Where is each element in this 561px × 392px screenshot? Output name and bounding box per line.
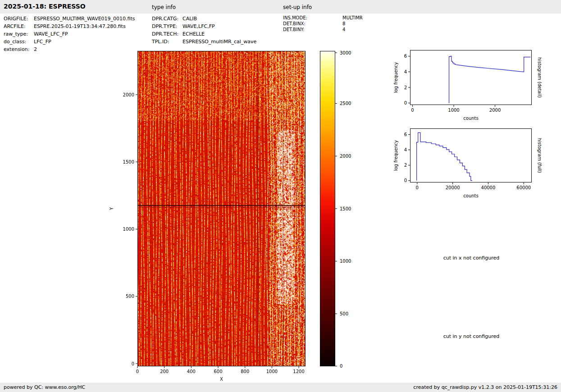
meta-value: ESPRESSO_MULTIMR_WAVE019_0010.fits [34,16,135,22]
meta-row-insmode: INS.MODE:MULTIMR [283,15,363,21]
y-axis-label: log frequency [393,140,398,171]
x-axis-label: counts [463,193,478,198]
header-bar: 2025-01-18: ESPRESSO type info set-up in… [0,0,561,14]
y-tick-label: 6 [404,54,407,59]
right-axis-label: histogram (full) [537,138,542,173]
x-tick-label: 0 [416,185,419,190]
meta-label: ARCFILE: [4,23,34,29]
meta-label: raw_type: [4,31,34,37]
y-tick-label: 1500 [123,160,134,164]
meta-row-origfile: ORIGFILE:ESPRESSO_MULTIMR_WAVE019_0010.f… [4,16,135,23]
x-tick-label: 0 [411,108,414,113]
qc-report-page: 2025-01-18: ESPRESSO type info set-up in… [0,0,561,392]
setup-info-label: set-up info [283,4,312,10]
type-info-panel: DPR.CATG:CALIB DPR.TYPE:WAVE,LFC,FP DPR.… [152,16,256,46]
x-axis-label: counts [463,116,478,121]
y-tick-label: 2 [404,85,407,90]
y-tick-label: 2000 [123,92,134,97]
colorbar-tick-label: 3000 [340,50,351,55]
file-info-panel: ORIGFILE:ESPRESSO_MULTIMR_WAVE019_0010.f… [4,16,135,54]
meta-value: WAVE_LFC_FP [34,31,68,37]
colorbar-axes: 050010001500200025003000 [320,51,335,366]
meta-label: extension: [4,46,34,52]
histogram-line [449,56,531,103]
x-tick-label: 1200 [293,369,304,374]
x-tick-label: 40000 [481,185,496,190]
meta-label: do_class: [4,39,34,45]
right-axis-label: histogram (detail) [537,57,542,98]
x-tick-label: 20000 [446,185,460,190]
meta-label: TPL.ID: [152,39,182,45]
meta-value: MULTIMR [342,15,363,20]
x-tick-label: 600 [214,369,222,374]
y-tick-label: 1000 [123,227,134,232]
y-tick-label: 4 [404,69,407,74]
x-tick-label: 200 [160,369,169,374]
meta-row-tplid: TPL.ID:ESPRESSO_multiMR_cal_wave [152,39,256,46]
type-info-label: type info [152,4,176,10]
x-tick-label: 800 [241,369,249,374]
meta-label: DPR.TECH: [152,31,182,37]
colorbar-tick-label: 2500 [340,101,351,106]
cut-y-note: cut in y not configured [410,333,533,339]
meta-label: INS.MODE: [283,15,342,20]
page-title: 2025-01-18: ESPRESSO [4,3,86,10]
meta-value: 4 [342,27,345,32]
y-axis-label: log frequency [393,62,398,93]
meta-row-rawtype: raw_type:WAVE_LFC_FP [4,31,135,39]
meta-value: ESPRESSO_multiMR_cal_wave [182,39,256,45]
meta-label: DET.BINY: [283,27,342,32]
plot-border [410,129,532,182]
y-tick-label: 0 [404,100,407,105]
meta-row-dprtype: DPR.TYPE:WAVE,LFC,FP [152,23,256,31]
meta-row-arcfile: ARCFILE:ESPRE.2025-01-19T13:34:47.280.fi… [4,23,135,31]
meta-label: DPR.CATG: [152,16,182,22]
meta-value: 8 [342,21,345,26]
y-tick-label: 2 [404,163,407,168]
footer-created-by: created by qc_rawdisp.py v1.2.3 on 2025-… [413,384,557,390]
footer-bar: powered by QC: www.eso.org/HC created by… [0,383,561,392]
meta-label: DPR.TYPE: [152,23,182,29]
histogram-line [417,132,472,180]
meta-value: CALIB [182,16,197,22]
meta-row-detbiny: DET.BINY:4 [283,27,363,33]
y-tick-label: 0 [404,178,407,183]
raw-image-axes: 0200400600800100012000500100015002000XY [137,51,306,366]
x-tick-label: 0 [136,369,139,374]
colorbar-tick-label: 2000 [340,154,351,159]
meta-value: ECHELLE [182,31,205,37]
histogram-full-plot: 02000040000600000246countslog frequencyh… [410,128,532,182]
meta-label: ORIGFILE: [4,16,34,22]
meta-row-detbinx: DET.BINX:8 [283,21,363,27]
plot-border [138,51,306,366]
meta-row-dprtech: DPR.TECH:ECHELLE [152,31,256,39]
meta-row-doclass: do_class:LFC_FP [4,39,135,46]
y-tick-label: 500 [126,294,134,299]
x-axis-label: X [220,377,223,382]
raw-image-plot: 0200400600800100012000500100015002000XY [137,51,306,366]
plot-border [410,50,532,105]
colorbar-tick-label: 500 [340,311,348,316]
meta-value: ESPRE.2025-01-19T13:34:47.280.fits [34,23,126,29]
x-tick-label: 400 [187,369,196,374]
cut-x-note: cut in x not configured [410,255,533,261]
setup-info-panel: INS.MODE:MULTIMR DET.BINX:8 DET.BINY:4 [283,15,363,33]
meta-value: 2 [34,46,37,52]
meta-value: LFC_FP [34,39,51,45]
meta-label: DET.BINX: [283,21,342,26]
meta-row-dprcatg: DPR.CATG:CALIB [152,16,256,23]
x-tick-label: 1000 [448,108,459,113]
footer-powered-by: powered by QC: www.eso.org/HC [4,384,85,390]
colorbar-tick-label: 1000 [340,259,351,264]
x-tick-label: 1000 [266,369,278,374]
meta-row-extension: extension:2 [4,46,135,54]
y-tick-label: 6 [404,132,407,137]
y-tick-label: 4 [404,147,407,152]
y-tick-label: 0 [132,361,134,366]
y-axis-label: Y [109,207,114,210]
colorbar-border [320,51,335,366]
histogram-detail-plot: 0100020000246countslog frequencyhistogra… [410,50,532,105]
x-tick-label: 60000 [516,185,531,190]
colorbar-tick-label: 1500 [340,206,351,211]
x-tick-label: 2000 [489,108,501,113]
